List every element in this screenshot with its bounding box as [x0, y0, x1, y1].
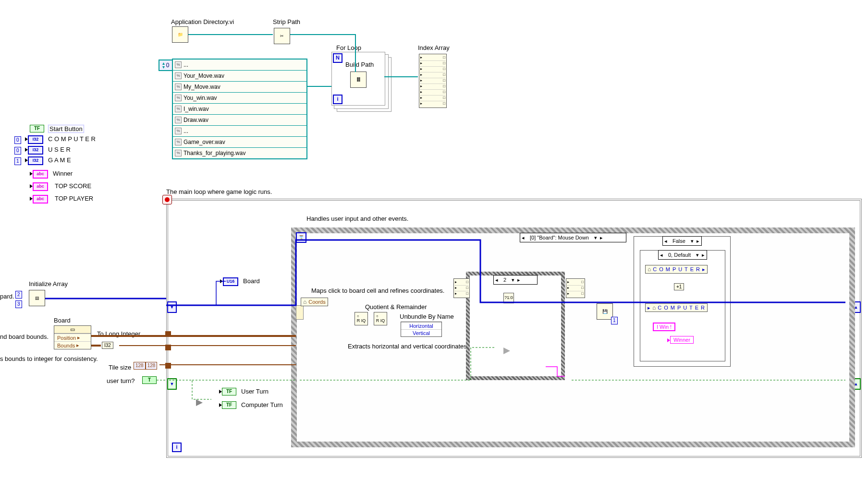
init-array-dim1[interactable]: 2 — [15, 291, 22, 299]
qr-label: Quotient & Remainder — [365, 303, 427, 311]
game-label: G A M E — [48, 156, 71, 164]
unbundle-label: Unbundle By Name — [400, 313, 454, 320]
wav-array-constant[interactable]: ▴▾ 0 %... %Your_Move.wav %My_Move.wav %Y… — [172, 59, 307, 159]
index-array-node[interactable]: ▸□ ▸□ ▸□ ▸□ ▸□ ▸□ ▸□ ▸□ ▸□ — [419, 54, 447, 108]
for-n-terminal: N — [333, 53, 342, 63]
bounds-int-comment: s bounds to integer for consistency. — [0, 355, 98, 362]
topplayer-terminal[interactable]: abc — [30, 195, 48, 204]
app-dir-label: Application Directory.vi — [171, 18, 234, 25]
topplayer-label: TOP PLAYER — [55, 195, 93, 202]
array-row: %... — [173, 126, 306, 137]
increment-node[interactable]: +1 — [674, 283, 684, 290]
unbundle-node[interactable]: Horizontal Vertical — [401, 322, 442, 337]
tile-size-v1: 128 — [134, 362, 146, 370]
shift-reg-left-board — [167, 301, 177, 313]
extract-hv-comment: Extracts horizontal and vertical coordin… — [348, 343, 468, 350]
to-long-int-node[interactable]: I32 — [102, 342, 113, 349]
user-turn-const[interactable]: T — [142, 376, 157, 384]
event-data-node[interactable] — [296, 305, 304, 320]
topscore-label: TOP SCORE — [55, 182, 91, 190]
strip-path-label: Strip Path — [273, 18, 300, 25]
computer-init-const[interactable]: 0 — [14, 136, 21, 144]
to-long-int-label: To Long Integer — [97, 330, 140, 337]
not-gate — [196, 399, 203, 406]
stop-terminal[interactable] — [162, 195, 172, 204]
tunnel-bounds — [165, 345, 171, 350]
array-row: %Your_Move.wav — [173, 71, 306, 82]
case-default[interactable]: ◂ 0, Default ▾ ▸ C O M P U T E R▸ +1 ▸C … — [640, 250, 725, 361]
build-path-label: Build Path — [345, 61, 374, 68]
app-dir-vi-icon: 📁 — [172, 26, 188, 43]
unbundle-horizontal: Horizontal — [401, 322, 441, 329]
for-loop[interactable]: N i Build Path 🛤 — [331, 52, 385, 106]
for-i-terminal: i — [333, 95, 342, 104]
prop-position: Position▸ — [54, 334, 91, 341]
strip-path-icon: ✂ — [274, 28, 290, 44]
tile-size-cluster[interactable]: 128 128 — [134, 362, 157, 370]
replace-array-node[interactable]: ▸□ ▸□ ▸□ — [566, 278, 585, 298]
array-row: %You_win.wav — [173, 93, 306, 104]
event-index-array[interactable]: ▸□ ▸□ ▸□ — [453, 278, 470, 298]
select-node[interactable]: ?1:0 — [503, 293, 514, 303]
board-property-node[interactable]: ▭ Position▸ Bounds▸ — [54, 325, 91, 349]
build-path-icon: 🛤 — [350, 72, 367, 88]
array-row: %... — [173, 60, 306, 71]
computer-local-read[interactable]: C O M P U T E R▸ — [645, 265, 708, 274]
event-timeout-terminal: ⌛ — [296, 232, 306, 243]
event-dropdown-arrow[interactable]: ▾ — [593, 235, 599, 241]
iwin-constant[interactable]: I Win ! — [653, 323, 675, 331]
winner-indicator-inner[interactable]: Winner — [667, 336, 694, 344]
event-next-arrow[interactable]: ▸ — [599, 235, 604, 241]
event-structure[interactable]: ◂ [0] "Board": Mouse Down ▾ ▸ ⌛ Maps cli… — [291, 228, 855, 447]
user-turn-ind-label: User Turn — [241, 388, 269, 395]
game-init-const[interactable]: 1 — [14, 157, 21, 165]
computer-turn-indicator[interactable]: TF — [219, 401, 236, 409]
prop-bounds: Bounds▸ — [54, 341, 91, 349]
computer-local-write[interactable]: ▸C O M P U T E R — [645, 303, 708, 312]
computer-turn-ind-label: Computer Turn — [241, 401, 283, 408]
event-comment: Handles user input and other events. — [306, 215, 408, 222]
index-array-label: Index Array — [418, 44, 450, 51]
user-turn-indicator[interactable]: TF — [219, 388, 236, 395]
array-row: %My_Move.wav — [173, 82, 306, 93]
computer-label: C O M P U T E R — [48, 135, 96, 143]
init-array-icon[interactable]: ▤ — [29, 290, 45, 306]
board-propnode-label: Board — [54, 317, 71, 324]
while-loop[interactable]: i U16 Board TF User Turn TF Computer Tur… — [166, 199, 862, 458]
init-array-dim2[interactable]: 3 — [15, 300, 22, 308]
tile-size-label: Tile size — [109, 364, 131, 371]
subvi-const-1[interactable]: 1 — [611, 317, 618, 324]
tunnel-pos — [165, 331, 171, 337]
for-loop-label: For Loop — [336, 44, 361, 51]
init-array-label: Initialize Array — [29, 280, 68, 287]
board-bounds-comment: nd board bounds. — [0, 333, 49, 340]
array-row: %Thanks_for_playing.wav — [173, 148, 306, 158]
start-button-label: Start Button — [48, 125, 84, 133]
seq-frame-selector[interactable]: ◂ 2 ▾ ▸ — [493, 275, 538, 285]
computer-terminal[interactable]: I32 — [25, 135, 43, 144]
winner-label: Winner — [53, 170, 73, 177]
user-label: U S E R — [48, 146, 71, 153]
prop-head: ▭ — [54, 326, 91, 334]
user-terminal[interactable]: I32 — [25, 146, 43, 155]
case-false[interactable]: ◂ False ▾ ▸ ◂ 0, Default ▾ ▸ C O M P U T… — [634, 236, 731, 367]
array-index-spinner[interactable]: ▴▾ 0 — [159, 60, 173, 71]
start-button-terminal[interactable]: TF — [30, 125, 44, 132]
tile-size-v2: 128 — [146, 362, 158, 370]
winner-terminal[interactable]: abc — [30, 170, 48, 179]
board-u16-terminal[interactable]: U16 — [220, 277, 238, 286]
game-terminal[interactable]: I32 — [25, 156, 43, 165]
event-case-selector[interactable]: ◂ [0] "Board": Mouse Down ▾ ▸ — [520, 233, 626, 242]
topscore-terminal[interactable]: abc — [30, 182, 48, 191]
event-prev-arrow[interactable]: ◂ — [520, 235, 526, 241]
case-false-selector[interactable]: ◂ False ▾ ▸ — [662, 236, 702, 246]
qr-node-2[interactable]: ÷R IQ — [374, 312, 387, 325]
qr-node-1[interactable]: ÷R IQ — [355, 312, 368, 325]
coords-local[interactable]: Coords — [301, 298, 328, 306]
while-i-terminal: i — [172, 443, 182, 452]
stacked-sequence[interactable]: ◂ 2 ▾ ▸ ?1:0 — [466, 272, 565, 380]
or-gate — [503, 347, 510, 354]
subvi-icon[interactable]: 💾 — [597, 303, 613, 320]
user-init-const[interactable]: 0 — [14, 147, 21, 155]
case-default-selector[interactable]: ◂ 0, Default ▾ ▸ — [658, 250, 707, 260]
